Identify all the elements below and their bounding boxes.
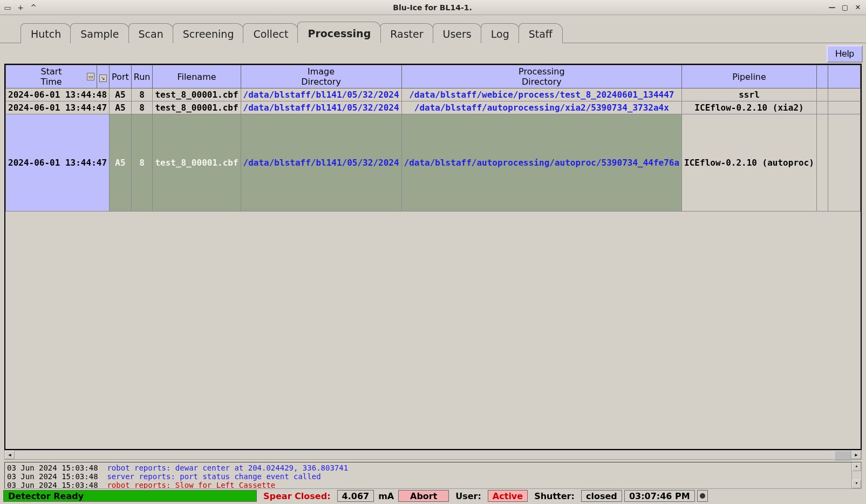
status-indicator-icon — [697, 490, 708, 502]
cell-image-dir[interactable]: /data/blstaff/bl141/05/32/2024 — [241, 114, 401, 212]
processing-table: Start Time ▭ ↘ Port Run Filename Image D… — [5, 65, 861, 212]
scroll-left-icon[interactable]: ◂ — [5, 451, 15, 459]
col-image-dir[interactable]: Image Directory — [241, 65, 401, 88]
cell-extra2 — [828, 101, 861, 114]
col-run[interactable]: Run — [131, 65, 153, 88]
cell-extra1 — [816, 88, 828, 101]
tab-sample[interactable]: Sample — [70, 23, 129, 43]
maximize-icon[interactable]: ▢ — [840, 3, 850, 12]
detector-status: Detector Ready — [3, 490, 257, 502]
abort-button[interactable]: Abort — [398, 490, 449, 502]
tab-log[interactable]: Log — [481, 23, 520, 43]
shutter-label: Shutter: — [530, 490, 579, 502]
cell-port: A5 — [110, 88, 132, 101]
tab-scan[interactable]: Scan — [128, 23, 174, 43]
cell-filename: test_8_00001.cbf — [153, 88, 241, 101]
col-extra1 — [816, 65, 828, 88]
log-panel: 03 Jun 2024 15:03:48 robot reports: dewa… — [4, 462, 862, 489]
cell-run: 8 — [131, 114, 153, 212]
cell-proc-dir[interactable]: /data/blstaff/webice/process/test_8_2024… — [401, 88, 682, 101]
tab-processing[interactable]: Processing — [297, 22, 381, 43]
toolbar: Help — [0, 43, 866, 64]
tabstrip: Hutch Sample Scan Screening Collect Proc… — [0, 15, 866, 43]
spear-value: 4.067 — [337, 490, 374, 502]
window-menu-icon[interactable]: ▭ — [3, 3, 12, 12]
plus-icon[interactable]: + — [16, 3, 25, 12]
clock: 03:07:46 PM — [624, 490, 695, 502]
scroll-right-icon[interactable]: ▸ — [851, 451, 861, 459]
cell-image-dir[interactable]: /data/blstaff/bl141/05/32/2024 — [241, 101, 401, 114]
shutter-value: closed — [581, 490, 622, 502]
spear-label: Spear Closed: — [259, 490, 335, 502]
cell-proc-dir[interactable]: /data/blstaff/autoprocessing/xia2/539073… — [401, 101, 682, 114]
cell-port: A5 — [110, 114, 132, 212]
scroll-thumb[interactable] — [15, 451, 851, 459]
user-status[interactable]: Active — [488, 490, 528, 502]
col-filename[interactable]: Filename — [153, 65, 241, 88]
caret-up-icon[interactable]: ^ — [29, 3, 38, 12]
log-line: 03 Jun 2024 15:03:48 server reports: por… — [7, 472, 859, 481]
close-icon[interactable]: ✕ — [853, 3, 863, 12]
cell-proc-dir[interactable]: /data/blstaff/autoprocessing/autoproc/53… — [401, 114, 682, 212]
statusbar: Detector Ready Spear Closed: 4.067 mA Ab… — [0, 490, 866, 504]
titlebar: ▭ + ^ Blu-Ice for BL14-1. — ▢ ✕ — [0, 0, 866, 15]
col-proc-dir[interactable]: Processing Directory — [401, 65, 682, 88]
user-label: User: — [451, 490, 486, 502]
col-pipeline[interactable]: Pipeline — [682, 65, 817, 88]
cell-run: 8 — [131, 101, 153, 114]
minimize-icon[interactable]: — — [827, 3, 837, 12]
scroll-down-icon[interactable]: ▾ — [852, 480, 861, 488]
tab-collect[interactable]: Collect — [243, 23, 298, 43]
cell-image-dir[interactable]: /data/blstaff/bl141/05/32/2024 — [241, 88, 401, 101]
tab-users[interactable]: Users — [433, 23, 482, 43]
cell-start: 2024-06-01 13:44:47 — [6, 114, 110, 212]
table-row[interactable]: 2024-06-01 13:44:47 A5 8 test_8_00001.cb… — [6, 101, 861, 114]
sort-desc-icon[interactable]: ↘ — [99, 74, 107, 82]
col-start-time[interactable]: Start Time ▭ — [6, 65, 97, 88]
horizontal-scrollbar[interactable]: ◂ ▸ — [4, 450, 862, 460]
col-port[interactable]: Port — [110, 65, 132, 88]
cell-pipeline: ICEflow-0.2.10 (xia2) — [682, 101, 817, 114]
cell-extra1 — [816, 101, 828, 114]
log-line: 03 Jun 2024 15:03:48 robot reports: dewa… — [7, 464, 859, 472]
cell-filename: test_8_00001.cbf — [153, 101, 241, 114]
help-button[interactable]: Help — [827, 45, 863, 63]
cell-extra2 — [828, 88, 861, 101]
window-title: Blu-Ice for BL14-1. — [38, 3, 827, 12]
col-sort-dir[interactable]: ↘ — [97, 65, 110, 88]
cell-pipeline: ssrl — [682, 88, 817, 101]
scroll-up-icon[interactable]: ▴ — [852, 462, 861, 471]
cell-pipeline: ICEflow-0.2.10 (autoproc) — [682, 114, 817, 212]
sort-toggle-icon[interactable]: ▭ — [87, 73, 94, 80]
cell-start: 2024-06-01 13:44:47 — [6, 101, 110, 114]
spear-unit: mA — [376, 490, 396, 502]
log-line: 03 Jun 2024 15:03:48 robot reports: Slow… — [7, 481, 859, 489]
cell-extra2 — [828, 114, 861, 212]
cell-run: 8 — [131, 88, 153, 101]
table-row[interactable]: 2024-06-01 13:44:48 A5 8 test_8_00001.cb… — [6, 88, 861, 101]
table-row-selected[interactable]: 2024-06-01 13:44:47 A5 8 test_8_00001.cb… — [6, 114, 861, 212]
log-scrollbar[interactable]: ▴ ▾ — [851, 462, 861, 488]
cell-extra1 — [816, 114, 828, 212]
cell-port: A5 — [110, 101, 132, 114]
tab-staff[interactable]: Staff — [519, 23, 563, 43]
tab-screening[interactable]: Screening — [173, 23, 244, 43]
processing-table-container: Start Time ▭ ↘ Port Run Filename Image D… — [4, 64, 862, 450]
cell-start: 2024-06-01 13:44:48 — [6, 88, 110, 101]
col-extra2 — [828, 65, 861, 88]
tab-hutch[interactable]: Hutch — [21, 23, 71, 43]
cell-filename: test_8_00001.cbf — [153, 114, 241, 212]
tab-raster[interactable]: Raster — [380, 23, 433, 43]
